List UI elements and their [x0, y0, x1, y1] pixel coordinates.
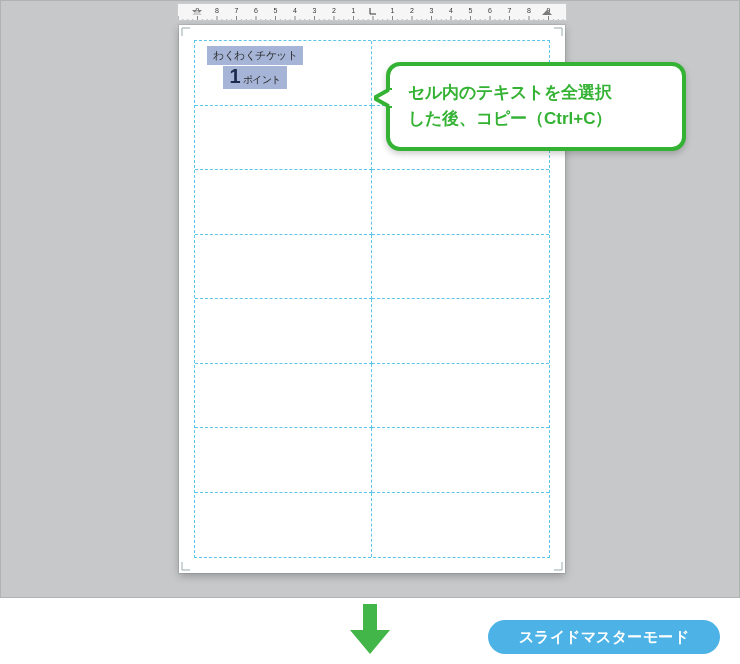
- svg-text:1: 1: [352, 7, 356, 14]
- table-cell[interactable]: [195, 170, 372, 235]
- table-cell[interactable]: [195, 235, 372, 300]
- svg-text:5: 5: [274, 7, 278, 14]
- table-cell[interactable]: [195, 106, 372, 171]
- mode-indicator-label: スライドマスターモード: [519, 628, 690, 647]
- ruler-indent-left-icon[interactable]: [192, 3, 202, 21]
- svg-text:3: 3: [313, 7, 317, 14]
- callout-line: セル内のテキストを全選択: [408, 80, 664, 106]
- crop-mark-icon: [181, 561, 191, 571]
- crop-mark-icon: [553, 27, 563, 37]
- ticket-unit: ポイント: [243, 73, 281, 87]
- ticket-text-selection[interactable]: わくわくチケット 1 ポイント: [207, 45, 303, 89]
- svg-text:5: 5: [469, 7, 473, 14]
- ruler-indent-right-icon[interactable]: [542, 3, 552, 21]
- table-cell[interactable]: わくわくチケット 1 ポイント: [195, 41, 372, 106]
- table-cell[interactable]: [372, 299, 549, 364]
- svg-text:6: 6: [488, 7, 492, 14]
- svg-text:2: 2: [332, 7, 336, 14]
- callout-line: した後、コピー（Ctrl+C）: [408, 106, 664, 132]
- arrow-down-icon: [350, 604, 390, 654]
- table-cell[interactable]: [372, 493, 549, 558]
- svg-text:7: 7: [235, 7, 239, 14]
- svg-marker-102: [350, 604, 390, 654]
- ruler-ticks: 987654321123456789: [178, 4, 566, 20]
- svg-text:8: 8: [215, 7, 219, 14]
- svg-text:2: 2: [410, 7, 414, 14]
- svg-text:3: 3: [430, 7, 434, 14]
- svg-text:7: 7: [508, 7, 512, 14]
- ticket-number: 1: [229, 66, 240, 86]
- table-cell[interactable]: [372, 235, 549, 300]
- table-cell[interactable]: [372, 364, 549, 429]
- svg-text:8: 8: [527, 7, 531, 14]
- svg-text:4: 4: [449, 7, 453, 14]
- svg-marker-101: [542, 10, 552, 15]
- mode-indicator: スライドマスターモード: [488, 620, 720, 654]
- crop-mark-icon: [181, 27, 191, 37]
- svg-text:4: 4: [293, 7, 297, 14]
- svg-text:6: 6: [254, 7, 258, 14]
- table-cell[interactable]: [195, 493, 372, 558]
- ticket-title: わくわくチケット: [207, 46, 303, 65]
- horizontal-ruler[interactable]: 987654321123456789: [177, 3, 567, 21]
- svg-text:1: 1: [391, 7, 395, 14]
- instruction-callout: セル内のテキストを全選択 した後、コピー（Ctrl+C）: [386, 62, 686, 151]
- crop-mark-icon: [553, 561, 563, 571]
- table-cell[interactable]: [195, 299, 372, 364]
- table-cell[interactable]: [372, 428, 549, 493]
- table-cell[interactable]: [195, 428, 372, 493]
- callout-tail-icon: [374, 88, 392, 108]
- table-cell[interactable]: [195, 364, 372, 429]
- table-cell[interactable]: [372, 170, 549, 235]
